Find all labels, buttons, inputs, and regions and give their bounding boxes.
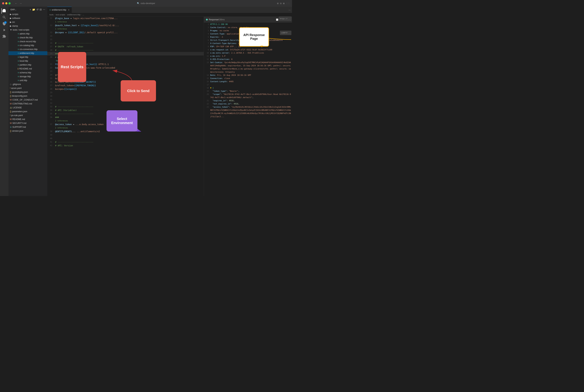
panel-toggle-icon[interactable]: ⊟	[280, 2, 282, 4]
titlebar: ← → 🔍 osdu-developer ⊞ ⊟ ⊠ ⋮⋮	[0, 0, 292, 7]
sidebar-item-parameters[interactable]: {} parameters.json	[8, 110, 47, 114]
editor-tabs: ≡ entitlement.http × ···	[47, 7, 292, 13]
sidebar-item-check-record[interactable]: ≡ check-record.http	[8, 40, 47, 44]
resp-line: 14 Date: Fri, 16 Aug 2024 18:56:16 GMT	[204, 74, 292, 77]
activity-extensions[interactable]	[1, 34, 7, 39]
main-container: 1 EXP... + 📁	[0, 7, 292, 196]
sidebar-item-version[interactable]: {} version.json	[8, 129, 47, 133]
collapse-icon[interactable]: ⊟	[39, 8, 42, 11]
status-dot	[206, 19, 208, 20]
sidebar-item-crs-catalog[interactable]: ≡ crs-catalog.http	[8, 44, 47, 47]
http-file-icon: ≡	[18, 52, 19, 54]
http-file-icon: ≡	[18, 44, 19, 47]
minimize-button[interactable]	[5, 2, 7, 4]
maximize-button[interactable]	[8, 2, 10, 4]
tab-close-button[interactable]: ×	[68, 8, 69, 11]
code-line: 13 @scopes = {{CLIENT_ID}}/.default open…	[47, 31, 204, 34]
resp-line: 3 Pragma: no-cache	[204, 29, 292, 32]
sidebar-item-entitlement[interactable]: ≡ entitlement.http	[8, 51, 47, 55]
sidebar-item-src[interactable]: ▶ src	[8, 20, 47, 24]
sidebar-item-crs-conversion[interactable]: ≡ crs-conversion.http	[8, 47, 47, 51]
code-line: 29	[47, 91, 204, 94]
code-ref-line: 2 references	[47, 126, 204, 130]
chevron-down-icon: ▼	[10, 29, 12, 31]
sidebar-item-schema[interactable]: ≡ schema.http	[8, 71, 47, 74]
gitignore-icon: ◇	[10, 83, 11, 86]
editor-tab-entitlement[interactable]: ≡ entitlement.http ×	[47, 7, 72, 13]
sidebar-item-ps-rule[interactable]: ! ps-rule.yaml	[8, 114, 47, 117]
sidebar-item-security[interactable]: M SECURITY.md	[8, 121, 47, 125]
sidebar-item-gitignore[interactable]: ◇ .gitignore	[8, 82, 47, 86]
md-icon: M	[10, 102, 12, 105]
activity-run[interactable]	[1, 27, 7, 33]
sidebar-item-azure-yaml[interactable]: ! azure.yaml	[8, 86, 47, 90]
code-line: 37 @access_token = ...e.body.access_toke…	[47, 123, 204, 126]
activity-search[interactable]	[1, 14, 7, 20]
sidebar-item-scripts[interactable]: ▶ scripts	[8, 12, 47, 16]
new-file-icon[interactable]: +	[30, 8, 31, 11]
http-file-icon: ≡	[18, 36, 19, 39]
resp-line: 22 "ext_expires_in": 4916,	[204, 102, 292, 106]
sidebar-header: EXP... + 📁 ↺ ⊟ ···	[8, 7, 47, 12]
sidebar-toggle-icon[interactable]: ⊞	[277, 2, 279, 4]
tab-file-icon: ≡	[49, 9, 51, 11]
code-line: 39	[47, 133, 204, 137]
md-icon: M	[10, 98, 12, 101]
sidebar-item-partition[interactable]: ≡ partition.http	[8, 63, 47, 67]
sidebar-item-code-of-conduct[interactable]: M CODE_OF_CONDUCT.md	[8, 98, 47, 102]
new-folder-icon[interactable]: 📁	[32, 8, 35, 11]
nav-forward-button[interactable]: →	[19, 2, 22, 5]
resp-line: 11 x-ms-srs: 1.P	[204, 54, 292, 58]
resp-line: 1 HTTP/1.1 200 OK	[204, 23, 292, 26]
layout-icon[interactable]: ⊠	[283, 2, 285, 4]
activity-source-control[interactable]: 1	[1, 21, 7, 26]
breadcrumb-sep: ›	[54, 14, 55, 16]
activity-explorer[interactable]	[1, 8, 7, 14]
sidebar-item-support[interactable]: ⊛ SUPPORT.md	[8, 125, 47, 129]
resp-line: 6 Strict-Transport-Security: max-age=315…	[204, 39, 292, 42]
sidebar-item-bicepconfig[interactable]: {} bicepconfig.json	[8, 94, 47, 98]
code-line: 16 # ----------------------------	[47, 41, 204, 45]
sidebar-item-software[interactable]: ▶ software	[8, 16, 47, 20]
sidebar-item-azuredeploy[interactable]: {} azuredeploy.json	[8, 90, 47, 94]
code-send-request-line: Send Request	[47, 59, 204, 62]
more-actions-icon[interactable]: ···	[43, 8, 45, 11]
save-response-icon[interactable]: ⬜	[276, 18, 278, 21]
breadcrumb: tools › rest-scripts › entitlement.http …	[47, 13, 292, 16]
json-icon: {}	[10, 95, 11, 97]
close-button[interactable]	[2, 2, 4, 4]
sidebar-item-readme[interactable]: M README.md	[8, 117, 47, 121]
code-line: 35 # ----------------------------	[47, 112, 204, 116]
sidebar-item-unit[interactable]: ≡ unit.http	[8, 78, 47, 82]
sidebar-item-check-file[interactable]: ≡ check-file.http	[8, 36, 47, 40]
sidebar-item-admin[interactable]: ≡ admin.http	[8, 32, 47, 36]
code-line: 15	[47, 38, 204, 41]
source-control-badge: 1	[4, 21, 7, 24]
code-editor[interactable]: 11 @login_base = login.microsoftonline.c…	[47, 16, 204, 196]
breadcrumb-sep: ›	[81, 14, 82, 16]
code-line: 18 # ----------------------------	[47, 48, 204, 52]
code-ref-line: 1 reference	[47, 27, 204, 31]
sidebar-item-local[interactable]: ≡ local.http	[8, 59, 47, 63]
navigation-arrows: ← →	[14, 2, 22, 5]
sidebar-item-stamp[interactable]: ▶ stamp	[8, 24, 47, 28]
sidebar-item-readme-tools[interactable]: ℹ README.md	[8, 67, 47, 71]
sidebar-item-tools[interactable]: ▼ tools / rest-scripts	[8, 28, 47, 32]
search-text: osdu-developer	[141, 2, 155, 4]
more-icon[interactable]: ⋮⋮	[286, 2, 290, 4]
http-file-icon: ≡	[18, 48, 19, 50]
sidebar-item-legal[interactable]: ≡ legal.http	[8, 55, 47, 59]
refresh-icon[interactable]: ↺	[36, 8, 39, 11]
breadcrumb-text: tools	[49, 14, 53, 16]
sidebar-item-storage[interactable]: ≡ storage.http	[8, 74, 47, 78]
sidebar-item-license[interactable]: ⚖ LICENSE	[8, 106, 47, 110]
chevron-right-icon: ▶	[10, 13, 11, 16]
tab-more-button[interactable]: ···	[287, 7, 292, 13]
nav-back-button[interactable]: ←	[14, 2, 18, 5]
http-file-icon: ≡	[18, 72, 19, 74]
titlebar-search[interactable]: 🔍 osdu-developer	[137, 2, 155, 4]
resp-line: 17	[204, 83, 292, 86]
titlebar-actions: ⊞ ⊟ ⊠ ⋮⋮	[277, 2, 290, 4]
sidebar: EXP... + 📁 ↺ ⊟ ··· ▶ scripts ▶ software	[8, 7, 47, 196]
sidebar-item-contributing[interactable]: M CONTRIBUTING.md	[8, 102, 47, 106]
